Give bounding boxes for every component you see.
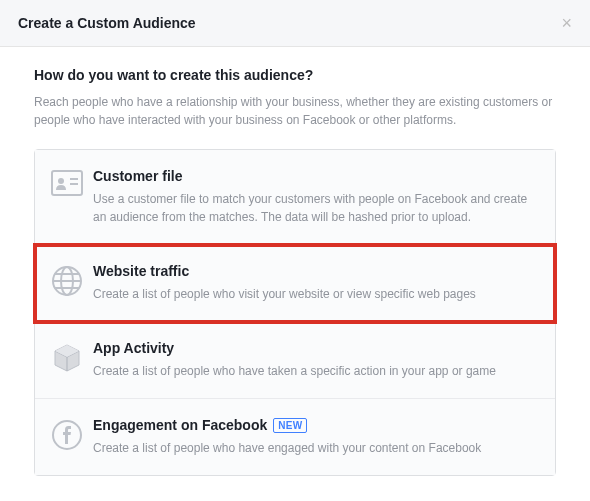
option-desc: Use a customer file to match your custom…	[93, 190, 539, 226]
option-title: Website traffic	[93, 263, 539, 279]
options-list: Customer file Use a customer file to mat…	[34, 149, 556, 476]
globe-icon	[51, 263, 93, 303]
option-website-traffic[interactable]: Website traffic Create a list of people …	[35, 245, 555, 322]
question-heading: How do you want to create this audience?	[34, 67, 556, 83]
facebook-circle-icon	[51, 417, 93, 457]
option-customer-file[interactable]: Customer file Use a customer file to mat…	[35, 150, 555, 245]
dialog-title: Create a Custom Audience	[18, 15, 196, 31]
option-title: Engagement on Facebook NEW	[93, 417, 539, 433]
box-icon	[51, 340, 93, 380]
option-title: Customer file	[93, 168, 539, 184]
option-engagement-facebook[interactable]: Engagement on Facebook NEW Create a list…	[35, 399, 555, 475]
svg-point-1	[58, 178, 64, 184]
id-card-icon	[51, 168, 93, 226]
option-title: App Activity	[93, 340, 539, 356]
option-desc: Create a list of people who have taken a…	[93, 362, 539, 380]
dialog-header: Create a Custom Audience ×	[0, 0, 590, 47]
dialog-content: How do you want to create this audience?…	[0, 47, 590, 476]
option-desc: Create a list of people who have engaged…	[93, 439, 539, 457]
option-desc: Create a list of people who visit your w…	[93, 285, 539, 303]
option-app-activity[interactable]: App Activity Create a list of people who…	[35, 322, 555, 399]
close-icon[interactable]: ×	[561, 14, 572, 32]
new-badge: NEW	[273, 418, 307, 433]
question-subtext: Reach people who have a relationship wit…	[34, 93, 556, 129]
